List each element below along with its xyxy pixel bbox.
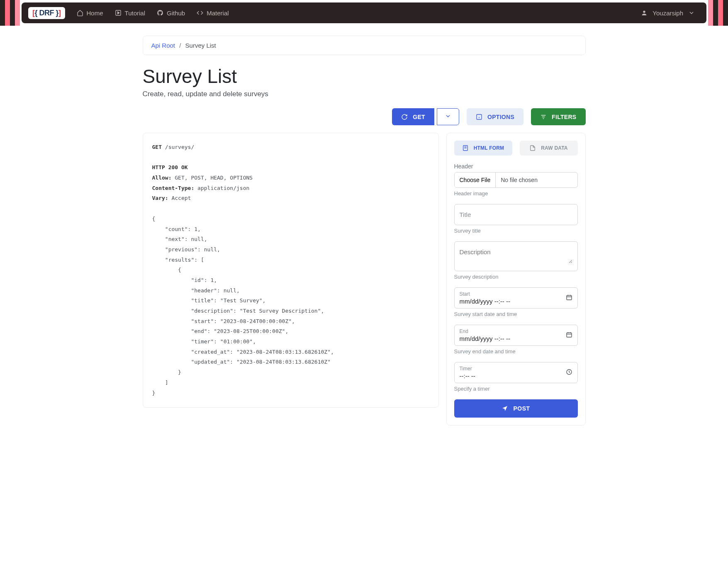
form-icon [462,145,469,151]
nav-home-label: Home [87,10,103,17]
chevron-down-icon [688,10,695,16]
brand-logo[interactable]: [{ DRF }] [28,7,65,19]
file-status-text: No file chosen [496,173,577,187]
github-icon [157,10,163,16]
response-body: { "count": 1, "next": null, "previous": … [152,214,429,398]
end-help: Survey end date and time [454,348,578,355]
get-button[interactable]: GET [392,108,434,125]
chevron-down-icon [445,113,451,119]
home-icon [77,10,83,16]
nav-user-label: Youzarsiph [653,10,683,17]
play-square-icon [115,10,122,16]
end-field[interactable]: End [454,325,578,346]
timer-field[interactable]: Timer [454,362,578,383]
title-field[interactable] [454,204,578,225]
calendar-icon[interactable] [566,331,572,340]
form-card: HTML FORM RAW DATA Header Choose File No… [446,133,586,425]
tab-raw-data[interactable]: RAW DATA [520,141,578,156]
nav-home[interactable]: Home [72,6,108,20]
start-input[interactable] [460,297,572,306]
filters-button[interactable]: FILTERS [531,108,585,125]
start-help: Survey start date and time [454,311,578,317]
calendar-icon[interactable] [566,294,572,302]
clock-icon[interactable] [566,369,572,377]
timer-help: Specify a timer [454,386,578,392]
get-button-group: GET [392,108,459,125]
user-icon [641,10,648,16]
post-button[interactable]: POST [454,399,578,418]
info-square-icon [476,114,482,120]
svg-rect-16 [567,333,572,337]
post-button-label: POST [513,405,530,412]
header-file-input[interactable]: Choose File No file chosen [454,172,578,188]
navbar: [{ DRF }] Home Tutorial Github Material … [22,2,706,23]
description-field[interactable] [454,241,578,271]
filter-icon [540,114,547,120]
nav-material-label: Material [207,10,229,17]
nav-github-label: Github [167,10,185,17]
response-status: HTTP 200 OK [152,163,429,173]
tab-html-form[interactable]: HTML FORM [454,141,512,156]
code-icon [197,10,203,16]
breadcrumb-root[interactable]: Api Root [151,42,175,49]
breadcrumb-sep: / [179,42,181,49]
svg-rect-12 [567,295,572,300]
timer-label: Timer [460,366,572,372]
action-row: GET OPTIONS FILTERS [143,108,586,125]
response-card: GET /surveys/ HTTP 200 OK Allow: GET, PO… [143,133,439,408]
svg-marker-1 [117,12,119,14]
description-input[interactable] [460,248,572,263]
nav-tutorial[interactable]: Tutorial [110,6,150,20]
choose-file-button[interactable]: Choose File [455,173,496,187]
top-stripe: [{ DRF }] Home Tutorial Github Material … [0,0,728,26]
options-button[interactable]: OPTIONS [467,108,523,125]
header-help: Header image [454,190,578,197]
options-button-label: OPTIONS [487,114,514,120]
breadcrumb-current: Survey List [185,42,216,49]
title-help: Survey title [454,228,578,234]
tab-raw-data-label: RAW DATA [541,145,567,151]
breadcrumb: Api Root / Survey List [143,36,586,55]
svg-point-2 [643,11,645,13]
header-label: Header [454,163,578,170]
nav-tutorial-label: Tutorial [125,10,145,17]
start-field[interactable]: Start [454,287,578,309]
refresh-icon [401,114,408,120]
file-icon [529,145,536,151]
filters-button-label: FILTERS [552,114,576,120]
page-title: Survey List [143,65,586,87]
nav-user-menu[interactable]: Youzarsiph [636,6,700,20]
page-description: Create, read, update and delete surveys [143,90,586,98]
send-icon [502,405,508,412]
timer-input[interactable] [460,372,572,380]
tab-html-form-label: HTML FORM [474,145,504,151]
nav-material[interactable]: Material [192,6,234,20]
get-button-label: GET [413,114,425,120]
end-label: End [460,328,572,334]
start-label: Start [460,291,572,297]
description-help: Survey description [454,274,578,280]
title-input[interactable] [460,210,572,219]
nav-github[interactable]: Github [152,6,190,20]
end-input[interactable] [460,334,572,343]
get-dropdown-button[interactable] [437,108,459,125]
